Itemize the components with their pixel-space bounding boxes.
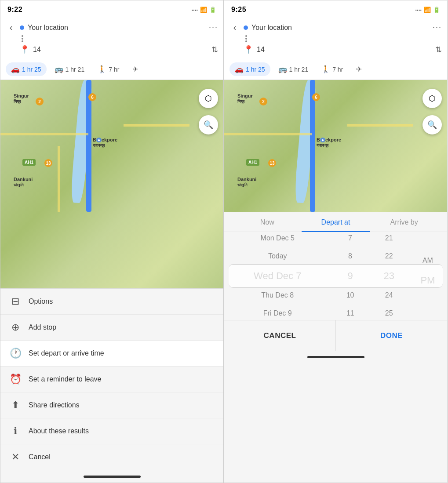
menu-item-share[interactable]: ⬆ Share directions xyxy=(0,392,223,418)
tab-transit[interactable]: 🚌 1 hr 21 xyxy=(49,62,90,76)
day-item-4: Thu Dec 8 xyxy=(224,287,331,305)
set-time-label: Set depart or arrive time xyxy=(29,349,104,357)
r-search-map-button[interactable]: 🔍 xyxy=(423,115,442,134)
min-item-3: 23 xyxy=(370,265,408,287)
flight-icon: ✈ xyxy=(132,65,138,73)
left-status-time: 9:22 xyxy=(7,6,22,14)
menu-item-about[interactable]: ℹ About these results xyxy=(0,418,223,444)
r-walk-icon: 🚶 xyxy=(321,65,330,73)
share-label: Share directions xyxy=(29,401,80,409)
r-layers-button[interactable]: ⬡ xyxy=(423,89,442,108)
r-signal-icon: ···· xyxy=(415,7,422,13)
hour-item-1: 7 xyxy=(331,232,369,247)
right-transport-tabs: 🚗 1 hr 25 🚌 1 hr 21 🚶 7 hr ✈ xyxy=(224,60,447,80)
r-swap-button[interactable]: ⇅ xyxy=(435,45,442,54)
reminder-label: Set a reminder to leave xyxy=(29,375,101,383)
left-transport-tabs: 🚗 1 hr 25 🚌 1 hr 21 🚶 7 hr ✈ xyxy=(0,60,223,80)
tab-depart-label: Depart at xyxy=(321,218,350,226)
r-back-button[interactable]: ‹ xyxy=(229,22,240,33)
info-icon: ℹ xyxy=(9,425,22,437)
ampm-item-1 xyxy=(408,243,447,252)
hour-item-2: 8 xyxy=(331,247,369,265)
left-status-bar: 9:22 ···· 📶 🔋 xyxy=(0,0,223,17)
r-tab-flight[interactable]: ✈ xyxy=(351,62,367,76)
transit-duration: 1 hr 21 xyxy=(66,66,85,73)
scroll-picker[interactable]: Sun Dec 4 Mon Dec 5 Today Wed Dec 7 Thu … xyxy=(224,232,447,320)
origin-input[interactable]: Your location xyxy=(28,23,205,33)
r-origin-dot xyxy=(244,25,248,30)
menu-item-set-time[interactable]: 🕐 Set depart or arrive time xyxy=(0,341,223,367)
r-wifi-icon: 📶 xyxy=(424,7,431,13)
car-icon: 🚗 xyxy=(11,65,20,73)
walk-icon: 🚶 xyxy=(98,65,106,73)
day-column[interactable]: Sun Dec 4 Mon Dec 5 Today Wed Dec 7 Thu … xyxy=(224,232,331,320)
r-flight-icon: ✈ xyxy=(356,65,362,73)
tab-now[interactable]: Now xyxy=(233,212,302,232)
left-map: Singurসিঙ্গুর B●ckporeবারাকপুর Dankuniডা… xyxy=(0,80,223,288)
r-transit-icon: 🚌 xyxy=(278,65,287,73)
r-origin-row: ‹ Your location ··· xyxy=(229,20,442,35)
tab-depart-at[interactable]: Depart at xyxy=(302,212,370,232)
minute-column[interactable]: 20 21 22 23 24 25 26 xyxy=(370,232,408,320)
right-search-area: ‹ Your location ··· 📍 14 ⇅ xyxy=(224,17,447,60)
search-map-button[interactable]: 🔍 xyxy=(199,115,218,134)
right-status-icons: ···· 📶 🔋 xyxy=(415,7,440,13)
ampm-item-3: PM xyxy=(408,270,447,291)
picker-tabs: Now Depart at Arrive by xyxy=(224,212,447,232)
right-status-bar: 9:25 ···· 📶 🔋 xyxy=(224,0,447,17)
cancel-button[interactable]: CANCEL xyxy=(224,320,336,351)
min-item-4: 24 xyxy=(370,287,408,305)
r-tab-transit[interactable]: 🚌 1 hr 21 xyxy=(273,62,314,76)
tab-flight[interactable]: ✈ xyxy=(127,62,143,76)
r-tab-car[interactable]: 🚗 1 hr 25 xyxy=(229,62,270,76)
hour-item-4: 10 xyxy=(331,287,369,305)
layers-button[interactable]: ⬡ xyxy=(199,89,218,108)
day-item-5: Fri Dec 9 xyxy=(224,305,331,320)
signal-icon: ···· xyxy=(192,7,198,13)
hour-column[interactable]: 6 7 8 9 10 11 12 xyxy=(331,232,369,320)
cancel-label: Cancel xyxy=(29,453,51,461)
ampm-column[interactable]: AM PM xyxy=(408,232,447,320)
day-item-2: Today xyxy=(224,247,331,265)
r-more-options-button[interactable]: ··· xyxy=(433,23,442,32)
menu-item-reminder[interactable]: ⏰ Set a reminder to leave xyxy=(0,367,223,392)
tab-arrive-label: Arrive by xyxy=(390,218,418,226)
r-destination-row: 📍 14 ⇅ xyxy=(229,42,442,57)
battery-icon: 🔋 xyxy=(209,7,216,13)
more-options-button[interactable]: ··· xyxy=(209,23,218,32)
r-origin-input[interactable]: Your location xyxy=(251,23,429,33)
right-status-time: 9:25 xyxy=(231,6,246,14)
day-item-3: Wed Dec 7 xyxy=(224,265,331,287)
min-item-5: 25 xyxy=(370,305,408,320)
left-phone-panel: 9:22 ···· 📶 🔋 ‹ Your location ··· 📍 14 ⇅ xyxy=(0,0,224,483)
left-status-icons: ···· 📶 🔋 xyxy=(192,7,216,13)
done-button[interactable]: DONE xyxy=(336,320,447,351)
origin-row: ‹ Your location ··· xyxy=(6,20,218,35)
left-bottom-sheet: ⊟ Options ⊕ Add stop 🕐 Set depart or arr… xyxy=(0,288,223,470)
route-dots xyxy=(21,35,24,42)
left-home-indicator xyxy=(0,470,223,483)
options-label: Options xyxy=(29,298,53,305)
picker-actions: CANCEL DONE xyxy=(224,320,447,351)
tab-car[interactable]: 🚗 1 hr 25 xyxy=(6,62,47,76)
r-destination-pin: 📍 xyxy=(244,45,253,54)
hour-item-5: 11 xyxy=(331,305,369,320)
add-stop-icon: ⊕ xyxy=(9,322,22,333)
swap-button[interactable]: ⇅ xyxy=(211,45,218,54)
right-map: Singurসিঙ্গুর B●ckporeবারাকপুর Dankuniডা… xyxy=(224,80,447,212)
alarm-icon: ⏰ xyxy=(9,374,22,385)
left-search-area: ‹ Your location ··· 📍 14 ⇅ xyxy=(0,17,223,60)
destination-input[interactable]: 14 xyxy=(33,45,208,54)
menu-item-options[interactable]: ⊟ Options xyxy=(0,289,223,315)
menu-item-add-stop[interactable]: ⊕ Add stop xyxy=(0,315,223,341)
ampm-item-5 xyxy=(408,300,447,309)
menu-item-cancel[interactable]: ✕ Cancel xyxy=(0,444,223,470)
wifi-icon: 📶 xyxy=(200,7,207,13)
destination-pin: 📍 xyxy=(20,45,29,54)
tab-walk[interactable]: 🚶 7 hr xyxy=(92,62,124,76)
r-destination-input[interactable]: 14 xyxy=(257,45,432,54)
tab-arrive-by[interactable]: Arrive by xyxy=(370,212,438,232)
back-button[interactable]: ‹ xyxy=(6,22,16,33)
r-tab-walk[interactable]: 🚶 7 hr xyxy=(316,62,348,76)
cancel-label: CANCEL xyxy=(264,331,296,340)
